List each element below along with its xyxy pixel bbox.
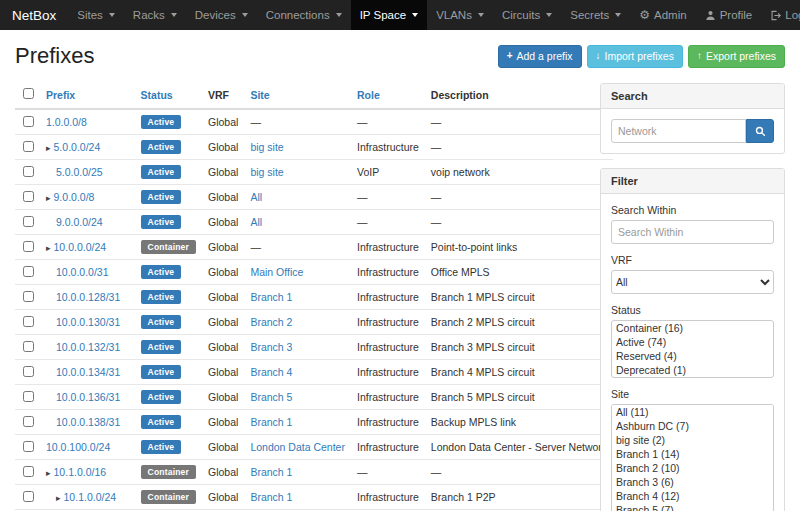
description-cell: Branch 1 MPLS circuit (425, 285, 613, 310)
chevron-down-icon (109, 13, 115, 17)
prefix-link[interactable]: 10.1.0.0/16 (54, 466, 107, 478)
nav-item-devices[interactable]: Devices (186, 0, 257, 30)
status-option[interactable]: Deprecated (1) (612, 363, 773, 377)
row-checkbox[interactable] (23, 141, 34, 152)
column-sort-link[interactable]: Prefix (46, 89, 75, 101)
nav-item-secrets[interactable]: Secrets (561, 0, 630, 30)
prefix-link[interactable]: 10.0.0.138/31 (56, 416, 120, 428)
prefix-link[interactable]: 10.0.100.0/24 (46, 441, 110, 453)
site-link[interactable]: Branch 4 (250, 366, 292, 378)
site-link[interactable]: Branch 1 (250, 291, 292, 303)
site-filter-listbox[interactable]: All (11)Ashburn DC (7)big site (2)Branch… (611, 404, 774, 511)
site-link[interactable]: All (250, 216, 262, 228)
row-checkbox[interactable] (23, 391, 34, 402)
status-cell: Active (135, 210, 202, 235)
site-option[interactable]: Branch 2 (10) (612, 461, 773, 475)
status-option[interactable]: Active (74) (612, 335, 773, 349)
site-link[interactable]: Branch 3 (250, 341, 292, 353)
nav-item-circuits[interactable]: Circuits (493, 0, 561, 30)
row-checkbox[interactable] (23, 416, 34, 427)
row-checkbox[interactable] (23, 441, 34, 452)
site-option[interactable]: Branch 4 (12) (612, 489, 773, 503)
prefix-link[interactable]: 10.0.0.132/31 (56, 341, 120, 353)
row-checkbox[interactable] (23, 216, 34, 227)
site-option[interactable]: Branch 3 (6) (612, 475, 773, 489)
site-link[interactable]: big site (250, 141, 283, 153)
select-all-checkbox[interactable] (23, 88, 34, 99)
row-checkbox[interactable] (23, 116, 34, 127)
row-checkbox[interactable] (23, 241, 34, 252)
column-sort-link[interactable]: Site (250, 89, 269, 101)
export-prefixes-button[interactable]: ↑ Export prefixes (688, 45, 785, 68)
import-prefixes-button[interactable]: ↓ Import prefixes (587, 45, 683, 68)
prefix-link[interactable]: 10.0.0.0/31 (56, 266, 109, 278)
prefix-link[interactable]: 10.0.0.0/24 (54, 241, 107, 253)
vrf-cell: Global (202, 360, 244, 385)
table-row: 9.0.0.0/24ActiveGlobalAll—— (15, 210, 613, 235)
prefix-cell: 10.0.0.132/31 (40, 335, 135, 360)
prefix-link[interactable]: 10.0.0.130/31 (56, 316, 120, 328)
site-option[interactable]: Branch 1 (14) (612, 447, 773, 461)
row-checkbox[interactable] (23, 191, 34, 202)
app-brand[interactable]: NetBox (0, 0, 68, 30)
nav-item-vlans[interactable]: VLANs (427, 0, 493, 30)
row-checkbox-cell (15, 435, 40, 460)
site-option[interactable]: Ashburn DC (7) (612, 419, 773, 433)
row-checkbox-cell (15, 285, 40, 310)
prefix-link[interactable]: 9.0.0.0/24 (56, 216, 103, 228)
vrf-select[interactable]: All (611, 270, 774, 294)
prefix-link[interactable]: 10.0.0.134/31 (56, 366, 120, 378)
column-sort-link[interactable]: Role (357, 89, 380, 101)
search-within-input[interactable] (611, 220, 774, 244)
row-checkbox[interactable] (23, 316, 34, 327)
filter-panel: Filter Search Within VRF All Status Cont… (600, 168, 785, 511)
row-checkbox[interactable] (23, 491, 34, 502)
site-link[interactable]: Branch 2 (250, 316, 292, 328)
site-link[interactable]: Branch 1 (250, 491, 292, 503)
site-link[interactable]: All (250, 191, 262, 203)
prefix-link[interactable]: 5.0.0.0/24 (54, 141, 101, 153)
nav-item-label: Circuits (502, 9, 540, 21)
site-option[interactable]: big site (2) (612, 433, 773, 447)
nav-item-connections[interactable]: Connections (257, 0, 351, 30)
site-link[interactable]: London Data Center (250, 441, 345, 453)
row-checkbox[interactable] (23, 466, 34, 477)
nav-item-sites[interactable]: Sites (68, 0, 124, 30)
search-input[interactable] (611, 119, 746, 143)
table-row: 5.0.0.0/25ActiveGlobalbig siteVoIPvoip n… (15, 160, 613, 185)
prefix-link[interactable]: 9.0.0.0/8 (54, 191, 95, 203)
row-checkbox[interactable] (23, 291, 34, 302)
site-option[interactable]: All (11) (612, 405, 773, 419)
row-checkbox[interactable] (23, 341, 34, 352)
search-button[interactable] (746, 119, 774, 143)
nav-item-logout[interactable]: Log out (761, 0, 800, 30)
site-link[interactable]: Branch 1 (250, 416, 292, 428)
add-prefix-button[interactable]: + Add a prefix (498, 45, 582, 68)
prefix-link[interactable]: 1.0.0.0/8 (46, 116, 87, 128)
row-checkbox[interactable] (23, 266, 34, 277)
prefix-cell: ▸10.1.0.0/16 (40, 460, 135, 485)
site-cell: Branch 4 (244, 360, 351, 385)
site-link[interactable]: Main Office (250, 266, 303, 278)
row-checkbox[interactable] (23, 366, 34, 377)
prefix-link[interactable]: 5.0.0.0/25 (56, 166, 103, 178)
chevron-down-icon (615, 13, 621, 17)
row-checkbox[interactable] (23, 166, 34, 177)
status-option[interactable]: Reserved (4) (612, 349, 773, 363)
status-filter-listbox[interactable]: Container (16)Active (74)Reserved (4)Dep… (611, 320, 774, 378)
status-option[interactable]: Container (16) (612, 321, 773, 335)
profile-label: Profile (720, 9, 753, 21)
nav-item-ip-space[interactable]: IP Space (351, 0, 427, 30)
prefix-link[interactable]: 10.0.0.136/31 (56, 391, 120, 403)
nav-item-profile[interactable]: Profile (696, 0, 762, 30)
nav-item-racks[interactable]: Racks (124, 0, 186, 30)
column-sort-link[interactable]: Status (141, 89, 173, 101)
site-option[interactable]: Branch 5 (7) (612, 503, 773, 511)
prefix-link[interactable]: 10.0.0.128/31 (56, 291, 120, 303)
prefix-link[interactable]: 10.1.0.0/24 (64, 491, 117, 503)
search-icon (755, 126, 766, 137)
site-link[interactable]: Branch 5 (250, 391, 292, 403)
nav-item-admin[interactable]: ⚙ Admin (630, 0, 695, 30)
site-link[interactable]: big site (250, 166, 283, 178)
site-link[interactable]: Branch 1 (250, 466, 292, 478)
